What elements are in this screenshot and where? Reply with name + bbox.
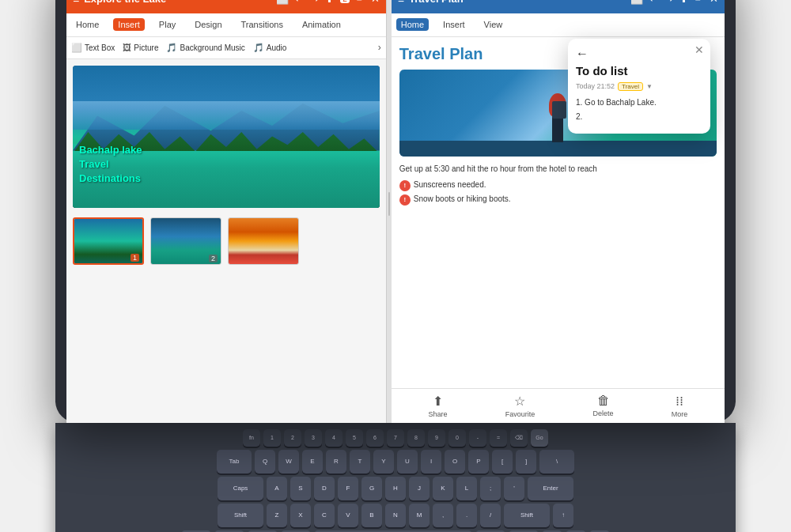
key-go[interactable]: Go <box>531 429 548 447</box>
key-8[interactable]: 8 <box>407 429 425 447</box>
main-slide[interactable]: Bachalp lake Travel Destinations <box>73 66 380 208</box>
export-icon-right[interactable]: ⬆ <box>679 0 688 5</box>
slide-thumb-2[interactable]: 2 <box>150 217 221 265</box>
right-title-bar: ≡ Travel Plan ⬜ ↩ ↪ ⬆ ✏ ✕ <box>392 0 725 13</box>
key-h[interactable]: H <box>385 477 406 500</box>
key-3[interactable]: 3 <box>305 429 322 447</box>
key-k[interactable]: K <box>433 477 453 500</box>
redo-icon[interactable]: ↪ <box>310 0 319 5</box>
delete-label: Delete <box>593 409 614 417</box>
key-arrow-up-right[interactable]: ↑ <box>553 504 573 527</box>
favourite-button[interactable]: ☆ Favourite <box>505 394 536 418</box>
key-i[interactable]: I <box>421 450 441 474</box>
key-m[interactable]: M <box>409 504 430 527</box>
tab-home-left[interactable]: Home <box>71 18 104 31</box>
key-shift-left[interactable]: Shift <box>218 504 263 527</box>
share-icon-left[interactable]: ⬆ <box>325 0 334 5</box>
more-icon[interactable]: › <box>378 42 381 53</box>
key-e[interactable]: E <box>302 450 323 474</box>
key-o[interactable]: O <box>445 450 465 474</box>
key-y[interactable]: Y <box>373 450 394 474</box>
tab-design-left[interactable]: Design <box>190 18 226 31</box>
key-backslash[interactable]: \ <box>539 450 574 474</box>
key-comma[interactable]: , <box>433 504 453 527</box>
tab-transitions-left[interactable]: Transitions <box>237 18 288 31</box>
key-period[interactable]: . <box>456 504 477 527</box>
key-lbracket[interactable]: [ <box>492 450 513 474</box>
key-tab[interactable]: Tab <box>217 450 252 474</box>
undo-icon-right[interactable]: ↩ <box>649 0 658 5</box>
undo-icon[interactable]: ↩ <box>295 0 304 5</box>
key-w[interactable]: W <box>278 450 299 474</box>
key-s[interactable]: S <box>290 477 311 500</box>
note-body-text: Get up at 5:30 and hit the ro hour from … <box>399 163 717 175</box>
key-2[interactable]: 2 <box>284 429 301 447</box>
key-q[interactable]: Q <box>255 450 275 474</box>
popup-back-arrow[interactable]: ← <box>576 47 702 61</box>
key-a[interactable]: A <box>267 477 287 500</box>
share-button[interactable]: ⬆ Share <box>428 394 447 418</box>
insert-textbox[interactable]: ⬜ Text Box <box>71 43 115 53</box>
key-slash[interactable]: / <box>480 504 501 527</box>
key-7[interactable]: 7 <box>387 429 404 447</box>
slide-thumb-1[interactable]: 1 <box>73 217 144 265</box>
save-icon[interactable]: ⬜ <box>276 0 289 5</box>
tab-insert-left[interactable]: Insert <box>113 18 145 31</box>
key-backspace[interactable]: ⌫ <box>510 429 528 447</box>
redo-icon-right[interactable]: ↪ <box>664 0 673 5</box>
insert-audio[interactable]: 🎵 Audio <box>253 43 287 53</box>
key-semicolon[interactable]: ; <box>480 477 501 500</box>
key-p[interactable]: P <box>468 450 489 474</box>
key-shift-right[interactable]: Shift <box>504 504 550 527</box>
key-5[interactable]: 5 <box>346 429 363 447</box>
key-u[interactable]: U <box>397 450 418 474</box>
pen-icon-right[interactable]: ✏ <box>694 0 703 5</box>
key-minus[interactable]: - <box>469 429 486 447</box>
tab-animation-left[interactable]: Animation <box>297 18 346 31</box>
pen-icon[interactable]: ✏ <box>356 0 365 5</box>
key-rbracket[interactable]: ] <box>516 450 536 474</box>
key-c[interactable]: C <box>314 504 335 527</box>
key-1[interactable]: 1 <box>263 429 281 447</box>
todo-meta: Today 21:52 Travel ▼ <box>576 82 702 91</box>
key-quote[interactable]: ' <box>504 477 524 500</box>
key-r[interactable]: R <box>326 450 346 474</box>
tag-dropdown-icon[interactable]: ▼ <box>646 83 653 90</box>
tab-view-right[interactable]: View <box>479 18 508 31</box>
tab-insert-right[interactable]: Insert <box>438 18 470 31</box>
key-g[interactable]: G <box>361 477 382 500</box>
hamburger-icon[interactable]: ≡ <box>73 0 79 6</box>
key-t[interactable]: T <box>350 450 370 474</box>
hamburger-icon-right[interactable]: ≡ <box>398 0 404 6</box>
insert-picture[interactable]: 🖼 Picture <box>123 43 158 52</box>
key-6[interactable]: 6 <box>366 429 384 447</box>
key-l[interactable]: L <box>456 477 477 500</box>
key-enter[interactable]: Enter <box>528 477 573 500</box>
key-9[interactable]: 9 <box>428 429 445 447</box>
key-fn[interactable]: fn <box>243 429 260 447</box>
insert-bgmusic[interactable]: 🎵 Background Music <box>166 43 244 53</box>
key-b[interactable]: B <box>361 504 382 527</box>
close-icon-left[interactable]: ✕ <box>371 0 380 5</box>
tab-play-left[interactable]: Play <box>154 18 180 31</box>
key-x[interactable]: X <box>290 504 311 527</box>
key-v[interactable]: V <box>338 504 358 527</box>
more-label: More <box>672 410 688 418</box>
key-4[interactable]: 4 <box>325 429 343 447</box>
more-button[interactable]: ⁞⁞ More <box>672 394 688 418</box>
key-z[interactable]: Z <box>267 504 287 527</box>
slide-thumb-3[interactable] <box>228 217 299 265</box>
key-caps[interactable]: Caps <box>218 477 263 500</box>
key-j[interactable]: J <box>409 477 430 500</box>
key-equals[interactable]: = <box>490 429 507 447</box>
tab-home-right[interactable]: Home <box>396 18 429 31</box>
key-d[interactable]: D <box>314 477 335 500</box>
popup-close-button[interactable]: ✕ <box>694 43 704 56</box>
key-f[interactable]: F <box>338 477 358 500</box>
slide-thumbnails: 1 2 <box>73 214 380 268</box>
delete-button[interactable]: 🗑 Delete <box>593 394 614 417</box>
close-icon-right[interactable]: ✕ <box>710 0 718 5</box>
key-n[interactable]: N <box>385 504 406 527</box>
key-0[interactable]: 0 <box>448 429 466 447</box>
save-icon-right[interactable]: ⬜ <box>630 0 643 5</box>
